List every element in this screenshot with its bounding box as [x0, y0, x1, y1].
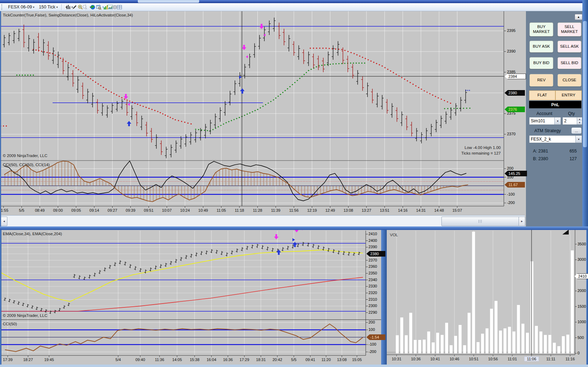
price-axis-label: 2385 [507, 70, 515, 74]
window-border [0, 11, 1, 226]
chevron-down-icon[interactable]: ▾ [575, 136, 582, 143]
volume-chart-canvas[interactable] [387, 230, 588, 365]
collapse-panel-button[interactable]: ▲ [575, 14, 582, 20]
chevron-down-icon: ▾ [56, 6, 58, 9]
time-axis-label: 11:39 [269, 208, 283, 212]
time-axis-label: 11:28 [251, 208, 265, 212]
cci-axis-label: 100 [369, 327, 375, 332]
atm-options-button[interactable]: ... [572, 128, 581, 134]
sell-market-button[interactable]: SELL MARKET [557, 22, 581, 36]
chart-trader-toggle[interactable] [102, 6, 104, 8]
pnl-display: PnL [529, 101, 581, 108]
window-titlebar[interactable] [0, 0, 588, 3]
chevron-down-icon[interactable]: ▾ [554, 117, 561, 124]
time-axis-label: 09:40 [133, 358, 147, 362]
ask-size: 655 [569, 149, 577, 154]
time-axis-label: 09:51 [142, 208, 156, 212]
time-axis-label: 11:11 [544, 357, 558, 361]
account-value: Sim101 [529, 118, 554, 123]
window-border [0, 365, 588, 367]
cci-panel-label: CCI(50), CCI(50), CCI(14) [3, 163, 50, 167]
ask-price: A: 2381 [533, 149, 548, 154]
interval-selector[interactable]: 150 Tick ▾ [38, 4, 59, 10]
entry-button[interactable]: ENTRY [555, 90, 582, 100]
time-axis-label: 10:36 [409, 357, 423, 361]
buy-market-button[interactable]: BUY MARKET [529, 22, 553, 36]
bid-price: B: 2380 [533, 156, 548, 161]
volume-axis-label: 3000 [577, 257, 586, 261]
price-axis-label: 2390 [507, 49, 515, 53]
price-axis-label: 2310 [369, 297, 377, 301]
spin-down-icon[interactable]: ▼ [577, 121, 582, 124]
window-border [0, 230, 1, 367]
price-axis-label: 2330 [369, 284, 377, 288]
time-axis-label: 08:49 [33, 208, 47, 212]
buy-bid-button[interactable]: BUY BID [529, 57, 553, 69]
time-axis-label: 21:55 [0, 208, 11, 212]
price-axis-label: 2395 [507, 28, 515, 33]
price-axis-label: 2290 [369, 310, 377, 314]
cci-value-marker: 145.25 [505, 171, 527, 176]
flat-button[interactable]: FLAT [529, 90, 555, 100]
window-divider [381, 230, 387, 367]
time-axis-label: 12:19 [305, 208, 319, 212]
copyright-label: © 2009 NinjaTrader, LLC [3, 154, 47, 158]
spin-up-icon[interactable]: ▲ [577, 117, 582, 121]
scrollbar-thumb[interactable] [441, 217, 519, 226]
price-axis-label: 2370 [369, 258, 377, 262]
vertical-scrollbar[interactable] [582, 0, 588, 227]
zoom-out-icon [82, 4, 88, 10]
scroll-left-button[interactable]: ◄ [1, 217, 7, 226]
bottom-chart-canvas[interactable] [0, 230, 382, 365]
toolbar-separator [61, 4, 62, 10]
atm-strategy-selector[interactable]: FESX_2_k ▾ [529, 135, 582, 143]
time-axis-label: 19:45 [42, 358, 56, 362]
time-axis-label: 13:08 [341, 208, 355, 212]
time-axis-label: 18:27 [21, 358, 35, 362]
window-magnifier-icon [96, 4, 102, 10]
scrollbar-thumb[interactable] [583, 21, 587, 147]
time-axis-label: 15:05 [350, 358, 364, 362]
global-settings-button[interactable]: ▾ [89, 5, 92, 9]
time-axis-label: 11:20 [319, 358, 333, 362]
time-axis-label: 11:16 [563, 357, 577, 361]
quantity-value: 2 [563, 118, 577, 123]
reverse-button[interactable]: REV [529, 74, 553, 87]
atm-strategy-value: FESX_2_k [529, 137, 575, 142]
sell-ask-button[interactable]: SELL ASK [557, 41, 581, 53]
instrument-selector[interactable]: FESX 06-09 ▾ [7, 4, 35, 10]
cci-axis-label: -200 [369, 349, 376, 354]
sell-bid-button[interactable]: SELL BID [557, 57, 581, 69]
time-axis-label: 09:14 [87, 208, 101, 212]
interval-label: 150 Tick [39, 5, 55, 9]
volume-axis-label: 1500 [577, 304, 586, 308]
cci-axis-label: 200 [369, 320, 375, 324]
volume-axis-label: 0 [577, 351, 580, 355]
time-axis-label: 13:27 [359, 208, 373, 212]
ask-quote-row: A: 2381 655 [533, 149, 577, 154]
time-axis-label: 5/5 [287, 358, 301, 362]
time-axis-label: 10:41 [428, 357, 442, 361]
bid-size: 127 [569, 156, 577, 161]
order-entry-panel: ▲ BUY MARKET SELL MARKET BUY ASK SELL AS… [526, 11, 582, 226]
spinner-buttons[interactable]: ▲▼ [577, 117, 582, 124]
quantity-stepper[interactable]: 2 ▲▼ [562, 117, 582, 125]
cci-axis-label: -200 [507, 201, 515, 205]
scroll-right-button[interactable]: ► [519, 217, 525, 226]
close-button[interactable]: CLOSE [557, 74, 581, 87]
tick-range-info: Low -4.00 High 1.00 [403, 145, 501, 150]
buy-ask-button[interactable]: BUY ASK [529, 41, 553, 53]
ticks-remaining-info: Ticks remaining = 127 [403, 151, 501, 155]
horizontal-scrollbar[interactable]: ◄ ► [0, 215, 525, 227]
time-axis-label: 15:38 [188, 358, 202, 362]
account-selector[interactable]: Sim101 ▾ [529, 117, 561, 125]
cci-axis-label: -100 [507, 192, 515, 196]
main-chart-canvas[interactable] [0, 11, 525, 215]
cci-value-marker: 11.67 [505, 182, 525, 188]
time-axis-label: 09:27 [106, 208, 120, 212]
toolbar-grip[interactable] [1, 4, 4, 10]
time-axis-label: 17:39 [1, 358, 15, 362]
chart-style-button[interactable]: ▾ [65, 5, 68, 9]
volume-axis-label: 3500 [577, 242, 586, 246]
time-axis-label: 13:08 [335, 358, 349, 362]
